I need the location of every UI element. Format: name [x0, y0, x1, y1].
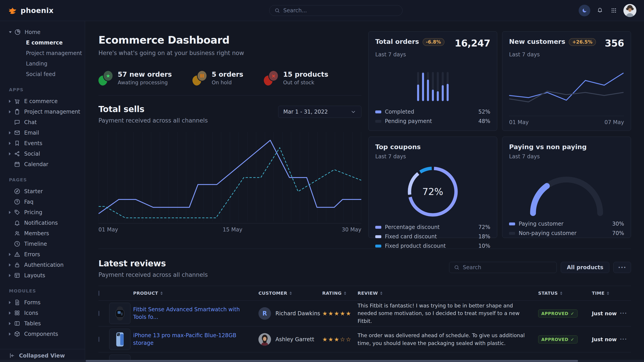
- card-new-customers: New customers +26.5% 356 Last 7 days 01 …: [502, 31, 631, 131]
- clock-icon: [14, 241, 20, 247]
- clipboard-icon: [14, 108, 20, 115]
- caret-right-icon: [9, 253, 11, 256]
- legend-paying-customer: Paying customer30%: [509, 221, 624, 227]
- bell-icon: [597, 7, 604, 14]
- sidebar-item-errors[interactable]: Errors: [0, 249, 85, 260]
- product-link[interactable]: Fitbit Sense Advanced Smartwatch with To…: [133, 306, 258, 321]
- sidebar: Home E commerce Project management Landi…: [0, 21, 85, 362]
- column-header-rating[interactable]: RATING: [322, 291, 358, 296]
- horizontal-scrollbar[interactable]: [86, 360, 578, 362]
- stat-new-orders: ★ 57 new ordersAwating processing: [98, 70, 172, 85]
- sort-icon: [380, 292, 382, 295]
- legend-pending-payment: Pending payment48%: [375, 118, 490, 124]
- sidebar-item-notifications[interactable]: Notifications: [0, 218, 85, 228]
- sidebar-item-components[interactable]: Components: [0, 329, 85, 339]
- kpi-cards: Total orders -6.8% 16,247 Last 7 days Co…: [368, 31, 631, 238]
- column-header-status[interactable]: STATUS: [538, 291, 592, 296]
- column-header-product[interactable]: PRODUCT: [133, 291, 258, 296]
- product-thumbnail-smartwatch[interactable]: [109, 303, 130, 324]
- chat-icon: [14, 119, 20, 125]
- table-icon: [14, 320, 20, 327]
- new-customers-chart: 01 May 07 May: [509, 68, 624, 125]
- sidebar-item-pricing[interactable]: Pricing: [0, 207, 85, 218]
- sidebar-item-email[interactable]: Email: [0, 127, 85, 138]
- brand-name: phoenix: [20, 6, 54, 15]
- sidebar-item-project-management-dashboard[interactable]: Project management: [0, 48, 85, 58]
- column-header-customer[interactable]: CUSTOMER: [258, 291, 322, 296]
- stats-row: ★ 57 new ordersAwating processing 5 orde…: [98, 70, 362, 85]
- bell-icon: [14, 220, 20, 226]
- reviews-title: Latest reviews: [98, 259, 208, 268]
- sidebar-item-faq[interactable]: Faq: [0, 197, 85, 207]
- sidebar-item-e-commerce-dashboard[interactable]: E commerce: [0, 37, 85, 48]
- bookmark-icon: [14, 140, 20, 146]
- sidebar-item-chat[interactable]: Chat: [0, 117, 85, 127]
- notifications-button[interactable]: [597, 7, 604, 14]
- card-value: 16,247: [455, 38, 490, 49]
- row-menu-button[interactable]: •••: [620, 338, 629, 342]
- sidebar-item-social[interactable]: Social: [0, 148, 85, 159]
- sidebar-item-icons[interactable]: Icons: [0, 308, 85, 318]
- main-content: Ecommerce Dashboard Here's what's going …: [85, 21, 644, 362]
- sidebar-item-forms[interactable]: Forms: [0, 297, 85, 308]
- user-avatar[interactable]: [624, 4, 636, 17]
- product-link[interactable]: iPhone 13 pro max-Pacific Blue-128GB sto…: [133, 332, 258, 347]
- brand[interactable]: phoenix: [8, 5, 85, 15]
- collapse-icon: [9, 353, 16, 359]
- total-sells-subtitle: Payment received across all channels: [98, 117, 208, 124]
- reviews-table-header: PRODUCT CUSTOMER RATING REVIEW STATUS TI…: [98, 286, 631, 301]
- sidebar-item-e-commerce[interactable]: E commerce: [0, 96, 85, 106]
- chevron-down-icon: [350, 109, 356, 115]
- paying-gauge-chart: [509, 167, 624, 218]
- sidebar-item-events[interactable]: Events: [0, 138, 85, 148]
- caret-right-icon: [9, 110, 11, 113]
- card-title: Total orders: [375, 38, 419, 45]
- sidebar-item-social-feed[interactable]: Social feed: [0, 69, 85, 79]
- reviews-search[interactable]: [449, 262, 557, 273]
- sidebar-item-timeline[interactable]: Timeline: [0, 239, 85, 249]
- sidebar-section-modules: MODULES: [0, 288, 85, 294]
- caret-right-icon: [9, 263, 11, 267]
- mail-icon: [14, 129, 20, 136]
- caret-down-icon: [9, 31, 12, 33]
- card-value: 356: [605, 38, 624, 49]
- column-header-review[interactable]: REVIEW: [358, 291, 538, 296]
- sidebar-item-starter[interactable]: Starter: [0, 186, 85, 197]
- page-title: Ecommerce Dashboard: [98, 34, 362, 46]
- help-circle-icon: [14, 199, 20, 205]
- theme-toggle-button[interactable]: [579, 5, 590, 16]
- column-header-time[interactable]: TIME: [592, 291, 620, 296]
- row-checkbox[interactable]: [98, 311, 99, 316]
- sidebar-item-project-management[interactable]: Project management: [0, 106, 85, 117]
- apps-grid-button[interactable]: [611, 7, 617, 13]
- sidebar-item-calendar[interactable]: Calendar: [0, 159, 85, 169]
- card-total-orders: Total orders -6.8% 16,247 Last 7 days Co…: [368, 31, 497, 131]
- sidebar-group-home[interactable]: Home: [0, 27, 85, 37]
- horizontal-scrollbar-track[interactable]: [0, 360, 644, 362]
- donut-center-value: 72%: [422, 186, 443, 197]
- users-icon: [14, 230, 20, 237]
- sidebar-item-authentication[interactable]: Authentication: [0, 260, 85, 270]
- product-thumbnail-iphone[interactable]: [109, 329, 130, 350]
- date-range-select[interactable]: Mar 1 - 31, 2022: [278, 106, 362, 118]
- card-title: New customers: [509, 38, 565, 45]
- sort-icon: [607, 292, 609, 295]
- x-tick-07-may: 07 May: [604, 119, 624, 125]
- reviews-search-input[interactable]: [463, 264, 552, 271]
- calendar-icon: [14, 161, 20, 167]
- moon-icon: [582, 7, 588, 13]
- global-search[interactable]: [269, 5, 402, 16]
- legend-fixed-card-discount: Fixed card discount18%: [375, 233, 490, 240]
- sidebar-item-members[interactable]: Members: [0, 228, 85, 239]
- sidebar-item-tables[interactable]: Tables: [0, 318, 85, 329]
- global-search-input[interactable]: [283, 7, 398, 14]
- sidebar-item-landing[interactable]: Landing: [0, 58, 85, 69]
- x-axis-line: [509, 116, 624, 116]
- row-checkbox[interactable]: [98, 337, 99, 342]
- select-all-checkbox[interactable]: [98, 291, 99, 296]
- sidebar-item-layouts[interactable]: Layouts: [0, 270, 85, 281]
- all-products-button[interactable]: All products: [561, 262, 609, 273]
- more-options-button[interactable]: •••: [613, 262, 631, 273]
- row-menu-button[interactable]: •••: [620, 312, 629, 316]
- phoenix-logo-icon: [8, 5, 18, 15]
